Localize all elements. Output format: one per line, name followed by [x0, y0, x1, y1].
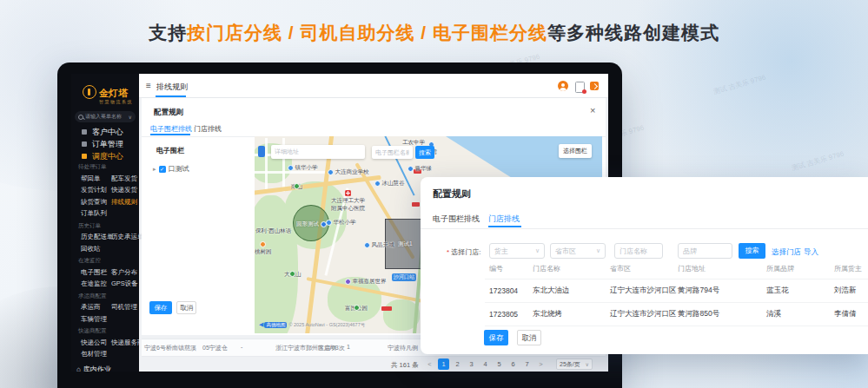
fullscreen-exit-icon[interactable] [590, 82, 599, 90]
customer-icon [82, 129, 87, 135]
table-row[interactable]: 1723805 东北烧烤 辽宁大连市沙河口区 黄河路850号 清溪 李倩倩 [421, 303, 868, 326]
chevron-down-icon: ∨ [129, 114, 132, 120]
page-number[interactable]: 4 [480, 358, 491, 370]
sidebar-item-order-management[interactable]: 订单管理 [71, 138, 139, 150]
page: 测试 吉美乐 9796 测试 吉美乐 9796 测试 吉美乐 9796 测试 吉… [0, 0, 868, 388]
next-page-icon[interactable]: > [535, 358, 547, 370]
table-row[interactable]: 1723804 东北大油边 辽宁大连市沙河口区 黄河路794号 蓝玉花 刘浩新 [421, 279, 868, 302]
map-copyright: © 2025 AutoNavi - GS(2023)4677号 [288, 322, 365, 328]
sidebar-item[interactable]: 包材管理 [81, 348, 111, 360]
sidebar-item-route-rules-active[interactable]: 排线规则 [111, 198, 137, 206]
menu-search-placeholder: 请输入菜单名称 [85, 113, 129, 121]
sidebar-item[interactable]: 历史承运单 [111, 233, 144, 240]
chevron-down-icon: ∨ [596, 247, 600, 254]
menu-search-input[interactable]: 请输入菜单名称 ∨ [75, 111, 136, 122]
page-number[interactable]: 7 [521, 358, 533, 370]
page-size-value: 25条/页 [560, 360, 580, 369]
title-prefix: 支持 [149, 23, 187, 43]
sidebar-item[interactable]: 订单队列 [81, 207, 111, 220]
caret-icon[interactable]: ▸ [153, 166, 156, 173]
notification-doc-icon[interactable] [575, 82, 585, 93]
group-title: 历史订单 [71, 220, 139, 232]
page-number[interactable]: 6 [507, 358, 519, 370]
poi-label: 华松小学 [334, 219, 356, 227]
poi-label: 附属中心医院 [331, 205, 365, 213]
page-number[interactable]: 5 [494, 358, 505, 370]
sidebar-item[interactable]: 快递公司 [81, 337, 111, 349]
sidebar-item[interactable]: 帮回单 [81, 173, 111, 185]
map-poi: 风品天城 [364, 241, 394, 249]
address-search-input[interactable]: 详细地址 [271, 145, 365, 159]
sidebar-item-warehouse-ops[interactable]: ⌂库内作业 [76, 365, 111, 372]
sidebar-item[interactable]: 回收站 [81, 243, 111, 255]
poi-label: 风品天城 [372, 241, 394, 249]
map-layers-icon[interactable] [258, 146, 265, 157]
store-name-placeholder: 门店名称 [620, 247, 647, 256]
page-number-active[interactable]: 1 [438, 358, 449, 370]
store-name-input[interactable]: 门店名称 [614, 243, 663, 259]
sidebar-item[interactable]: 司机管理 [111, 303, 137, 311]
tab-fence-routing-active[interactable]: 电子围栏排线 [150, 124, 192, 134]
cancel-button[interactable]: 取消 [517, 330, 541, 345]
tab-route-rules[interactable]: 排线规则 [156, 82, 188, 93]
page-number[interactable]: 2 [452, 358, 463, 370]
sidebar-item[interactable]: 客户分布 [111, 268, 137, 276]
sidebar-item[interactable]: GPS设备 [111, 279, 138, 287]
map-poi: 大顶山 [284, 271, 301, 279]
checkbox-checked-icon[interactable]: ✓ [159, 166, 166, 173]
sidebar-item[interactable]: 缺货查询 [81, 196, 111, 208]
save-button[interactable]: 保存 [149, 301, 172, 314]
tab-store-routing-active[interactable]: 门店排线 [488, 214, 520, 225]
import-link[interactable]: 导入 [804, 247, 818, 258]
title-highlight-store: 按门店分线 [187, 23, 282, 43]
col-header: 所属货主 [834, 264, 868, 273]
owner-select[interactable]: 货主∨ [489, 243, 545, 259]
sidebar-item-label: 订单管理 [92, 139, 123, 150]
sidebar-item[interactable]: 配车发货 [111, 174, 137, 182]
cancel-button[interactable]: 取消 [176, 301, 196, 314]
title-suffix: 等多种线路创建模式 [547, 23, 719, 43]
page-size-select[interactable]: 25条/页 ∨ [556, 358, 593, 370]
cell-id: 1723804 [489, 286, 533, 295]
poi-label: 冰山慧谷 [382, 180, 405, 187]
row-cell: 1 [347, 344, 350, 350]
page-number[interactable]: 3 [466, 358, 477, 370]
brand-input[interactable]: 品牌 [678, 243, 732, 259]
select-fence-button[interactable]: 选择围栏 [559, 144, 592, 158]
sidebar-item[interactable]: 历史配送单 [81, 231, 111, 243]
sidebar-item[interactable]: 在途监控 [81, 278, 111, 290]
brand-placeholder: 品牌 [683, 247, 697, 256]
tab-store-routing[interactable]: 门店排线 [194, 124, 222, 134]
map-search-button[interactable]: 搜索 [415, 146, 434, 159]
row-cell: 常温/03次 [318, 344, 345, 352]
panel-title: 配置规则 [433, 187, 471, 201]
search-button[interactable]: 搜索 [739, 243, 765, 259]
tab-fence-routing[interactable]: 电子围栏排线 [433, 214, 480, 225]
tab-active-underline [150, 134, 190, 135]
region-select[interactable]: 省市区∨ [550, 243, 606, 259]
menu-icon[interactable]: ≡ [146, 81, 151, 90]
avatar[interactable] [558, 81, 568, 91]
circle-fence[interactable]: 圆形测试 [293, 205, 329, 241]
fence-tree-item[interactable]: ▸ ✓ 口测试 [153, 164, 189, 174]
select-store-link[interactable]: 选择门店 [772, 247, 801, 258]
sidebar-item[interactable]: 发货计划 [81, 184, 111, 196]
close-icon[interactable]: × [590, 105, 595, 115]
fence-name-input[interactable]: 电子围栏名称 [372, 146, 413, 159]
poi-label: 桃树园 [255, 248, 272, 256]
sidebar-item[interactable]: 车辆管理 [81, 313, 111, 326]
prev-page-icon[interactable]: < [424, 358, 435, 370]
sidebar-item[interactable]: 电子围栏 [81, 266, 111, 279]
sidebar-item[interactable]: 承运商 [81, 301, 111, 313]
title-highlight-driver: 司机自助分线 [301, 23, 415, 43]
save-button[interactable]: 保存 [484, 330, 508, 345]
sidebar-item[interactable]: 快递发货 [111, 186, 137, 194]
chevron-down-icon: ∨ [586, 361, 589, 367]
station-badge: 沙河口站 [392, 273, 416, 281]
tab-active-underline [488, 226, 521, 227]
map-poi: 晋华缘 [407, 165, 432, 173]
sidebar-item-customer-center[interactable]: 客户中心 [71, 126, 139, 138]
home-icon: ⌂ [76, 365, 81, 372]
sidebar: 金灯塔 智慧物流系统 请输入菜单名称 ∨ 客户中心 订单管理 调度中心 待处理订… [71, 74, 139, 372]
poi-icon [374, 181, 381, 187]
